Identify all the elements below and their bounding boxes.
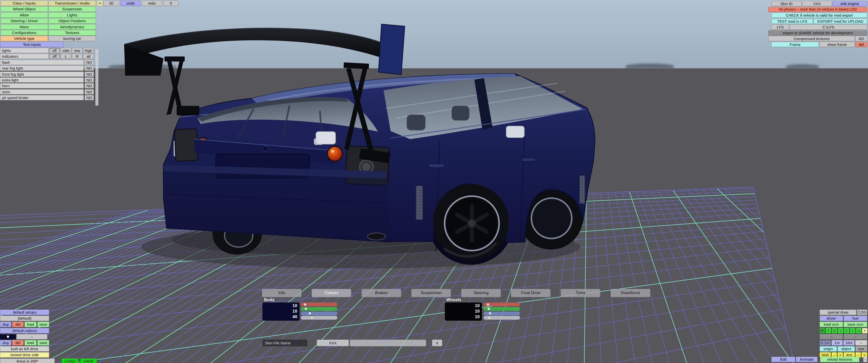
wheels-green-slider[interactable] <box>484 307 520 311</box>
skin-file-xxx-button[interactable]: XXX <box>317 339 349 346</box>
-button[interactable]: – <box>843 334 867 339</box>
tab-colours[interactable]: Colours <box>312 289 351 297</box>
slider-handle[interactable] <box>489 312 491 315</box>
frame-button[interactable]: Frame <box>771 42 819 47</box>
-button[interactable]: – <box>855 340 867 345</box>
test-indicators-off[interactable]: off <box>49 54 60 59</box>
-button[interactable]: – <box>863 357 867 362</box>
menu-item-transmission-audio[interactable]: Transmission / Audio <box>49 0 96 6</box>
origin-button[interactable]: origin <box>819 346 837 352</box>
skin-file-clear-button[interactable]: X <box>432 339 442 346</box>
menu-item-textures[interactable]: Textures <box>49 30 96 36</box>
object-button[interactable]: object <box>837 346 855 352</box>
test-flash-toggle[interactable]: NO <box>85 60 94 65</box>
tab-suspension[interactable]: Suspension <box>411 289 451 297</box>
wheels-brightness-slider[interactable] <box>484 316 520 320</box>
menu-item-configurations[interactable]: Configurations <box>0 30 48 36</box>
skin-id-button[interactable]: Skin ID <box>771 1 802 6</box>
test-lights-off[interactable]: off <box>49 48 60 53</box>
test-lights-high[interactable]: high <box>83 48 94 53</box>
tab-brakes[interactable]: Brakes <box>362 289 401 297</box>
menu-item-lights[interactable]: Lights <box>49 12 96 18</box>
1m-button[interactable]: 1m <box>831 340 843 345</box>
test-lights-low[interactable]: low <box>72 48 83 53</box>
tab-steering[interactable]: Steering <box>461 289 501 297</box>
10m-button[interactable]: 10m <box>843 340 855 345</box>
menu-item-allow[interactable]: Allow <box>0 12 48 18</box>
no-button[interactable]: NO <box>856 36 867 41</box>
export-to-share-vehicle-for-development-button[interactable]: export to SHARE vehicle for development <box>768 30 867 36</box>
eye-button[interactable]: eye <box>856 346 867 352</box>
slider-handle[interactable] <box>305 307 307 310</box>
wheels-blue-slider[interactable] <box>484 311 520 316</box>
b-button[interactable]: b <box>832 328 837 333</box>
del-button[interactable]: del <box>12 340 24 345</box>
slider-handle[interactable] <box>311 317 313 319</box>
load-button[interactable]: load <box>25 322 37 327</box>
tab-info[interactable]: Info <box>262 289 302 297</box>
menu-item-mass[interactable]: Mass <box>0 24 48 30</box>
test-extra-light-toggle[interactable]: NO <box>85 77 94 83</box>
body-green-slider[interactable] <box>301 307 337 311</box>
toolbar-0[interactable]: 0 <box>163 0 178 6</box>
test-lights-side[interactable]: side <box>61 48 71 53</box>
menu-item-suspension[interactable]: Suspension <box>49 6 96 12</box>
test-indicators-l[interactable]: L <box>61 54 71 59</box>
c-lfs-button[interactable]: C:\LFS <box>789 25 867 30</box>
slider-handle[interactable] <box>487 303 489 306</box>
lexus-is-200-button[interactable]: lexus is 200* <box>0 359 55 363</box>
l-button[interactable]: l <box>844 328 849 333</box>
0-1m-button[interactable]: 0.1m <box>819 340 831 345</box>
body-red-slider[interactable] <box>301 302 337 306</box>
dup-button[interactable]: dup <box>0 340 11 345</box>
test-front-fog-light-toggle[interactable]: NO <box>85 72 94 77</box>
toolbar-30[interactable]: 30 <box>103 0 119 6</box>
built-as-left-drive-button[interactable]: built as left drive <box>0 346 49 352</box>
load-button[interactable]: LOAD <box>62 359 78 363</box>
save-scm-button[interactable]: save scm <box>843 322 867 327</box>
wheels-red-slider[interactable] <box>484 302 520 306</box>
-button[interactable]: • <box>862 328 868 333</box>
edit-engine-button[interactable]: edit engine <box>832 1 867 6</box>
menu-item-object-positions[interactable]: Object Positions <box>49 18 96 24</box>
toolbar-undo[interactable]: undo <box>120 0 141 6</box>
compressed-textures-button[interactable]: Compressed textures <box>768 36 855 41</box>
3d-viewport[interactable] <box>0 0 868 363</box>
save-button[interactable]: save <box>37 340 49 345</box>
body-brightness-slider[interactable] <box>301 316 337 320</box>
test-mod-in-lfs-button[interactable]: TEST mod in LFS <box>771 19 813 24</box>
test-indicators-all[interactable]: all <box>83 54 94 59</box>
export-mod-for-upload-button[interactable]: EXPORT mod for UPLOAD <box>813 19 867 24</box>
default-button[interactable]: [default] <box>0 316 49 321</box>
-button[interactable]: – <box>819 334 843 339</box>
load-scm-button[interactable]: load scm <box>819 322 843 327</box>
slider-handle[interactable] <box>309 312 311 315</box>
special-draw-button[interactable]: special draw <box>819 309 857 315</box>
check-if-vehicle-is-valid-for-mod-export-button[interactable]: CHECK if vehicle is valid for mod export <box>771 12 867 18</box>
current-colour-swatch[interactable] <box>0 334 16 339</box>
del-button[interactable]: del <box>12 322 24 327</box>
dup-button[interactable]: dup <box>0 322 11 327</box>
default-setups-button[interactable]: default setups <box>0 309 49 315</box>
lfs-button[interactable]: LFS <box>771 25 789 30</box>
menu-item-touring-car[interactable]: touring car <box>49 36 96 41</box>
body-blue-slider[interactable] <box>301 311 337 316</box>
-button[interactable]: – <box>17 334 48 339</box>
default-colours-button[interactable]: default colours <box>0 328 49 333</box>
del-button[interactable]: del <box>856 42 867 47</box>
animate-button[interactable]: Animate <box>796 357 817 362</box>
load-button[interactable]: load <box>25 340 37 345</box>
f-button[interactable]: f <box>826 328 831 333</box>
driver-button[interactable]: driver <box>819 316 843 321</box>
slider-handle[interactable] <box>488 317 491 319</box>
toolbar-redo[interactable]: redo <box>142 0 162 6</box>
body-colour-swatch[interactable]: 10 10 40 <box>262 302 300 321</box>
xxx-button[interactable]: XXX <box>802 1 832 6</box>
test-pit-speed-limiter-toggle[interactable]: NO <box>85 95 94 100</box>
skin-file-input[interactable] <box>350 339 426 346</box>
tab-tyres[interactable]: Tyres <box>561 289 600 297</box>
u-button[interactable]: u <box>856 328 862 333</box>
locked-drive-side-button[interactable]: locked drive side <box>0 352 49 358</box>
r-button[interactable]: r <box>838 328 843 333</box>
test-horn-toggle[interactable]: NO <box>85 83 94 89</box>
